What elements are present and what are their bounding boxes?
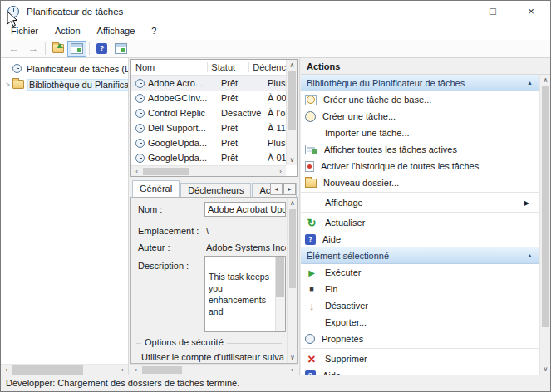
column-header-declencheurs[interactable]: Déclenc (249, 62, 286, 72)
task-list-vertical-scrollbar[interactable]: ∧ ∨ (286, 60, 297, 165)
tab-scroll-right-icon[interactable]: ► (283, 183, 296, 195)
scrollbar-thumb[interactable] (12, 365, 83, 375)
tree-item-root[interactable]: Planificateur de tâches (Local (1, 61, 128, 76)
actions-section-header[interactable]: Élément sélectionné▲ (301, 247, 539, 264)
column-header-statut[interactable]: Statut (208, 62, 249, 72)
toolbar-separator (89, 42, 90, 55)
task-list-horizontal-scrollbar[interactable]: ‹ › (131, 165, 286, 176)
description-field[interactable]: This task keeps you enhancements and (204, 256, 286, 332)
task-row[interactable]: Adobe Acro...PrêtPlusieur (131, 76, 286, 91)
back-button[interactable]: ← (4, 41, 23, 57)
menu-fichier[interactable]: Fichier (2, 23, 47, 39)
action-item-label: Exporter... (325, 317, 539, 327)
task-row[interactable]: Control ReplicDésactivéÀ l’ouve (131, 105, 286, 120)
tab-scroll-left-icon[interactable]: ◄ (270, 183, 283, 195)
action-item[interactable]: Afficher toutes les tâches actives (301, 141, 539, 158)
up-one-level-button[interactable] (48, 41, 67, 57)
task-row[interactable]: GoogleUpda...PrêtÀ 01:57 (131, 150, 286, 165)
task-clock-icon (135, 94, 145, 103)
actions-list: Bibliothèque du Planificateur de tâches▲… (301, 75, 539, 375)
scrollbar-thumb[interactable] (276, 257, 284, 297)
action-item[interactable]: Créer une tâche de base... (301, 91, 539, 108)
action-item[interactable]: Nouveau dossier... (301, 174, 539, 191)
task-status: Prêt (218, 153, 264, 163)
scroll-up-icon[interactable]: ∧ (540, 75, 551, 86)
scrollbar-thumb[interactable] (288, 71, 296, 130)
action-item[interactable]: Supprimer (301, 350, 539, 367)
task-trigger: À 00:29 (264, 93, 286, 103)
action-item[interactable]: Désactiver (301, 297, 539, 314)
detail-horizontal-scrollbar[interactable]: ‹ › (130, 364, 298, 375)
scroll-up-icon[interactable]: ∧ (287, 60, 298, 71)
maximize-button[interactable]: □ (474, 1, 512, 22)
action-item[interactable]: Exécuter (301, 264, 539, 281)
action-item[interactable]: Propriétés (301, 331, 539, 347)
scrollbar-thumb[interactable] (542, 86, 549, 327)
scrollbar-thumb[interactable] (289, 209, 296, 288)
help-icon (305, 234, 316, 245)
task-trigger: Plusieur (264, 78, 286, 88)
description-text: This task keeps you enhancements and (209, 272, 269, 316)
action-item-label: Importer une tâche... (325, 128, 539, 138)
task-row[interactable]: GoogleUpda...PrêtPlusieur (131, 135, 286, 150)
console-tree-icon (71, 43, 83, 54)
action-item[interactable]: Actualiser (301, 214, 539, 231)
action-item[interactable]: Affichage▶ (301, 194, 539, 211)
task-row[interactable]: Dell Support...PrêtÀ 11:08 (131, 120, 286, 135)
action-item-label: Propriétés (322, 334, 539, 344)
action-item[interactable]: Activer l’historique de toutes les tâche… (301, 158, 539, 174)
task-name: Dell Support... (148, 123, 218, 133)
scrollbar-thumb[interactable] (143, 168, 189, 175)
tree-item-library[interactable]: > Bibliothèque du Planificat (1, 76, 128, 92)
tree-item-label: Bibliothèque du Planificat (27, 79, 128, 91)
description-scrollbar[interactable] (275, 257, 285, 331)
scroll-down-icon[interactable]: ∨ (287, 154, 298, 165)
scroll-left-icon[interactable]: ‹ (131, 166, 142, 177)
actions-vertical-scrollbar[interactable]: ∧ ∨ (539, 75, 550, 375)
task-name: Control Replic (148, 108, 218, 118)
forward-button[interactable]: → (23, 41, 42, 57)
show-action-pane-button[interactable] (111, 41, 130, 57)
create-basic-task-icon (305, 95, 317, 105)
action-item[interactable]: Importer une tâche... (301, 125, 539, 141)
column-header-nom[interactable]: Nom (131, 62, 208, 72)
action-item[interactable]: Aide (301, 231, 539, 247)
console-tree-pane: Planificateur de tâches (Local > Bibliot… (1, 58, 129, 375)
tab-declencheurs[interactable]: Déclencheurs (180, 183, 251, 197)
name-field[interactable]: Adobe Acrobat Upd (204, 202, 286, 217)
tab-general[interactable]: Général (132, 180, 180, 197)
description-label: Description : (138, 261, 189, 271)
action-item[interactable]: Fin (301, 281, 539, 297)
task-name: AdobeGCInv... (148, 93, 218, 103)
task-row[interactable]: AdobeGCInv...PrêtÀ 00:29 (131, 91, 286, 105)
actions-section-header[interactable]: Bibliothèque du Planificateur de tâches▲ (301, 75, 539, 91)
help-button[interactable] (92, 41, 111, 57)
task-list-body: Adobe Acro...PrêtPlusieurAdobeGCInv...Pr… (131, 76, 286, 165)
task-scheduler-clock-icon (7, 6, 19, 17)
action-item[interactable]: Aide (301, 367, 539, 375)
menu-action[interactable]: Action (47, 23, 89, 39)
scroll-down-icon[interactable]: ∨ (540, 364, 551, 375)
scrollbar-thumb[interactable] (142, 366, 182, 374)
menu-affichage[interactable]: Affichage (89, 23, 144, 39)
action-item-label: Créer une tâche de base... (323, 95, 539, 105)
action-item[interactable]: Créer une tâche... (301, 108, 539, 125)
collapse-icon[interactable]: ▲ (527, 252, 533, 258)
show-console-tree-button[interactable] (67, 41, 86, 57)
detail-tabs: Général Déclencheurs Actions ◄ ► (130, 180, 298, 197)
toolbar-separator (45, 42, 46, 55)
close-button[interactable]: × (512, 1, 550, 22)
location-value: \ (206, 226, 209, 236)
detail-vertical-scrollbar[interactable]: ∧ ∨ (287, 198, 297, 363)
action-item[interactable]: Exporter... (301, 314, 539, 331)
scroll-down-icon[interactable]: ∨ (288, 352, 298, 363)
chevron-right-icon[interactable]: > (3, 81, 12, 89)
menu-help[interactable]: ? (143, 23, 165, 39)
minimize-button[interactable]: – (435, 1, 474, 22)
scroll-right-icon[interactable]: › (275, 166, 286, 177)
tree-horizontal-scrollbar[interactable]: ‹ › (1, 364, 128, 375)
collapse-icon[interactable]: ▲ (527, 80, 533, 86)
status-text: Développer: Chargement des dossiers de t… (6, 378, 239, 388)
task-clock-icon (135, 124, 145, 133)
scroll-up-icon[interactable]: ∧ (288, 198, 298, 208)
